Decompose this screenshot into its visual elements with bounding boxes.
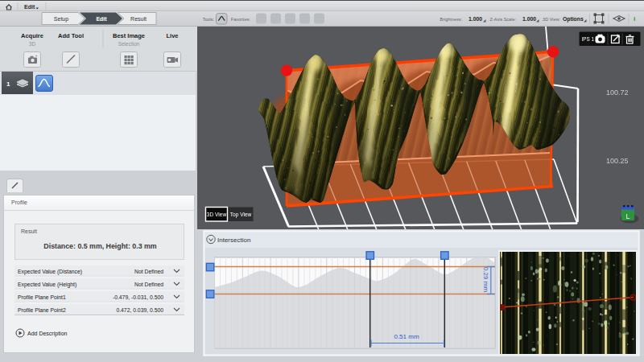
- svg-text:100.72: 100.72: [606, 88, 629, 97]
- svg-text:Options: Options: [563, 16, 584, 23]
- svg-text:Brightness:: Brightness:: [440, 17, 462, 22]
- svg-text:Live: Live: [166, 32, 178, 39]
- svg-text:i: i: [634, 15, 635, 23]
- svg-text:Add Description: Add Description: [27, 331, 68, 337]
- svg-text:0.51 mm: 0.51 mm: [394, 333, 419, 340]
- svg-text:3D View:: 3D View:: [543, 17, 560, 22]
- svg-text:Top View: Top View: [230, 212, 252, 218]
- svg-text:Expected Value (Height): Expected Value (Height): [18, 282, 76, 288]
- svg-text:L: L: [625, 212, 630, 220]
- svg-text:Edit: Edit: [24, 4, 35, 10]
- svg-text:Profile Plane Point1: Profile Plane Point1: [18, 294, 66, 300]
- svg-text:3D: 3D: [29, 41, 36, 47]
- svg-text:1: 1: [6, 80, 10, 88]
- svg-text:1.000: 1.000: [522, 16, 536, 22]
- svg-text:Expected Value (Distance): Expected Value (Distance): [18, 269, 82, 275]
- svg-text:1.000: 1.000: [469, 16, 482, 22]
- svg-text:Best Image: Best Image: [113, 32, 145, 39]
- svg-text:0.29 mm: 0.29 mm: [482, 267, 489, 292]
- svg-text:Favorites:: Favorites:: [231, 17, 251, 22]
- svg-text:Edit: Edit: [96, 16, 107, 22]
- svg-text:IPS 1: IPS 1: [582, 36, 595, 42]
- svg-text:Profile Plane Point2: Profile Plane Point2: [18, 307, 66, 313]
- svg-text:Selection: Selection: [118, 41, 140, 47]
- svg-text:Result: Result: [130, 16, 147, 22]
- svg-text:3D View: 3D View: [207, 212, 227, 217]
- svg-text:-0.479, -0.031, 0.500: -0.479, -0.031, 0.500: [113, 294, 163, 300]
- svg-text:100.25: 100.25: [606, 157, 629, 165]
- svg-text:Acquire: Acquire: [21, 32, 43, 39]
- svg-text:Not Defined: Not Defined: [134, 282, 163, 287]
- svg-text:Z-Axis Scale:: Z-Axis Scale:: [490, 17, 517, 22]
- svg-text:Add Tool: Add Tool: [58, 32, 84, 39]
- svg-text:Tools:: Tools:: [203, 17, 215, 22]
- svg-text:Setup: Setup: [54, 16, 68, 23]
- svg-text:0.472, 0.039, 0.500: 0.472, 0.039, 0.500: [116, 307, 163, 313]
- svg-text:Not Defined: Not Defined: [134, 269, 163, 274]
- svg-text:Intersection: Intersection: [217, 237, 250, 244]
